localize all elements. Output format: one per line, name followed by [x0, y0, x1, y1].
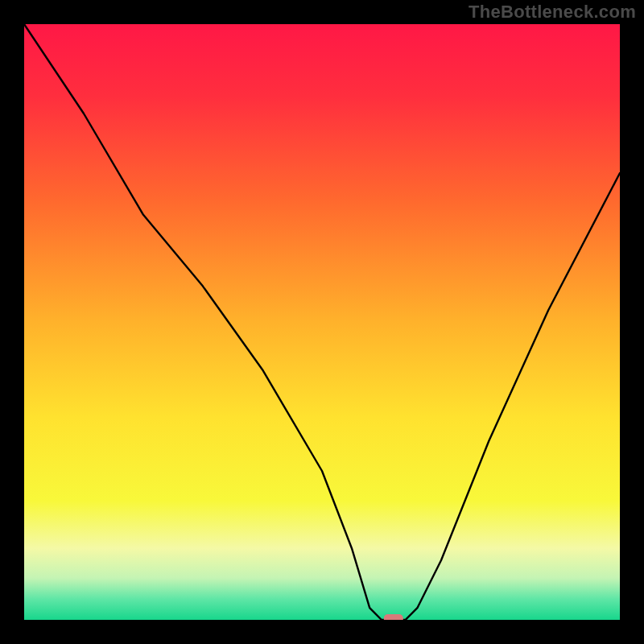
plot-area — [24, 24, 620, 620]
optimal-point-marker — [384, 614, 403, 620]
watermark-text: TheBottleneck.com — [469, 2, 636, 23]
bottleneck-chart — [24, 24, 620, 620]
gradient-background — [24, 24, 620, 620]
chart-frame: TheBottleneck.com — [0, 0, 644, 644]
